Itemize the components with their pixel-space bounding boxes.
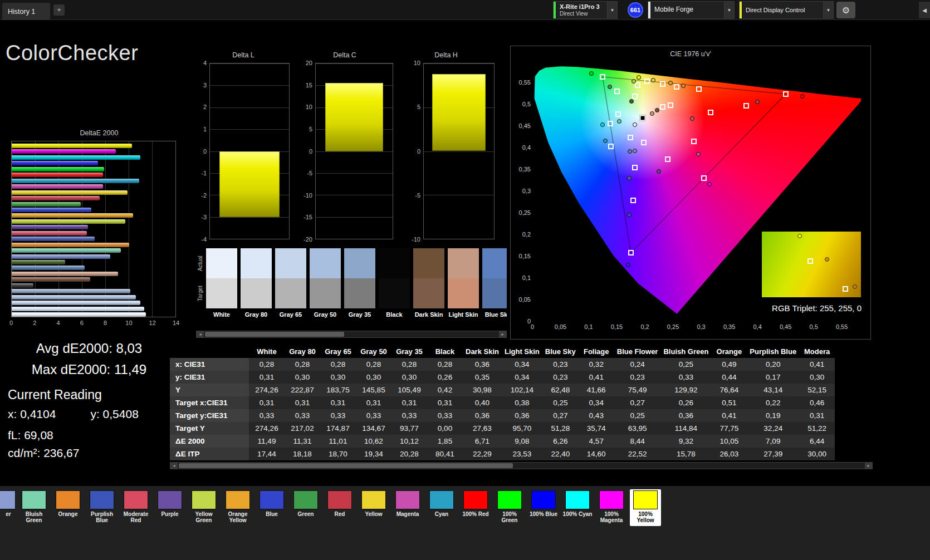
patch-tile-purplish-blue[interactable]: Purplish Blue <box>86 489 118 526</box>
table-column-header: Gray 35 <box>391 345 427 358</box>
scroll-left-icon[interactable]: ◂ <box>197 331 204 337</box>
patch-tile-purple[interactable]: Purple <box>154 489 185 526</box>
patch-label: Magenta <box>392 511 423 517</box>
table-cell: 9,32 <box>660 435 711 448</box>
patch-tile-100-red[interactable]: 100% Red <box>460 489 491 526</box>
deltae-bar <box>12 243 129 247</box>
table-cell: 0,22 <box>747 396 799 409</box>
patch-tile-orange-yellow[interactable]: Orange Yellow <box>222 489 253 526</box>
table-cell: 0,36 <box>660 409 711 422</box>
current-fl-readout: fL: 69,08 <box>8 429 53 442</box>
x-tick-label: 0,15 <box>611 323 623 330</box>
actual-swatch <box>482 248 507 278</box>
patch-tile-moderate-red[interactable]: Moderate Red <box>120 489 151 526</box>
tab-history-1[interactable]: History 1 <box>2 3 50 20</box>
table-row-label: ΔE 2000 <box>170 435 249 448</box>
delta-h-y-axis: 1050-5-10 <box>397 63 422 239</box>
table-cell: 0,31 <box>285 396 320 409</box>
table-cell: 11,31 <box>285 435 320 448</box>
table-column-header: Black <box>427 345 463 358</box>
deltae-bar <box>12 149 116 154</box>
patch-tile-100-magenta[interactable]: 100% Magenta <box>596 489 627 526</box>
table-cell: 0,33 <box>285 409 320 422</box>
scrollbar-thumb[interactable] <box>179 463 513 468</box>
collapse-panel-icon[interactable]: ◀ <box>919 2 930 18</box>
patch-tile-magenta[interactable]: Magenta <box>392 489 423 526</box>
target-swatch <box>206 278 237 308</box>
patch-tile-100-green[interactable]: 100% Green <box>494 489 525 526</box>
scroll-right-icon[interactable]: ▸ <box>499 331 506 337</box>
table-cell: 30,00 <box>799 448 835 460</box>
table-cell: 0,31 <box>799 409 835 422</box>
patch-tile-orange[interactable]: Orange <box>52 489 84 526</box>
scroll-right-icon[interactable]: ▸ <box>865 463 872 469</box>
table-cell: 0,31 <box>249 371 285 384</box>
table-column-header: Blue Flower <box>614 345 661 358</box>
patch-tile-blue[interactable]: Blue <box>256 489 287 526</box>
target-swatch <box>310 278 341 308</box>
meter-selector[interactable]: X-Rite i1Pro 3 Direct View ▼ <box>553 1 618 19</box>
chevron-down-icon[interactable]: ▼ <box>724 2 734 18</box>
gridline <box>316 63 393 64</box>
cie-target-marker <box>614 89 620 94</box>
actual-target-swatch-strip: Actual Target WhiteGray 80Gray 65Gray 50… <box>196 245 507 328</box>
cie-target-marker <box>668 102 673 108</box>
gridline <box>424 195 494 195</box>
patch-swatch <box>90 490 114 509</box>
cie-measured-marker <box>681 83 686 88</box>
scrollbar-track[interactable] <box>178 463 865 469</box>
patch-label: Yellow <box>358 511 389 517</box>
patch-tile-yellow-green[interactable]: Yellow Green <box>188 489 219 526</box>
patch-tile-100-yellow[interactable]: 100% Yellow <box>630 489 661 526</box>
scrollbar-thumb[interactable] <box>205 332 344 337</box>
patch-tile-100-blue[interactable]: 100% Blue <box>528 489 559 526</box>
target-swatch <box>413 278 444 308</box>
deltae-bar <box>12 248 121 253</box>
scroll-left-icon[interactable]: ◂ <box>170 463 178 469</box>
x-tick-label: 0,25 <box>667 323 679 330</box>
scrollbar-track[interactable] <box>204 331 499 337</box>
deltae-bar <box>12 190 128 195</box>
add-tab-button[interactable]: + <box>53 4 65 16</box>
patch-tile-yellow[interactable]: Yellow <box>358 489 389 526</box>
patch-tile-cyan[interactable]: Cyan <box>426 489 457 526</box>
table-cell: 27,39 <box>747 448 799 460</box>
table-cell: 41,66 <box>579 384 614 396</box>
patch-tile-bluish-green[interactable]: Bluish Green <box>18 489 50 526</box>
gridline <box>210 129 289 130</box>
patch-tile-red[interactable]: Red <box>324 489 355 526</box>
patch-tile-100-cyan[interactable]: 100% Cyan <box>562 489 593 526</box>
deltae-bar <box>12 173 103 177</box>
cie-measured-marker <box>633 122 637 127</box>
table-cell: 0,27 <box>614 396 661 409</box>
chevron-down-icon[interactable]: ▼ <box>607 2 617 18</box>
table-column-header: Gray 50 <box>356 345 391 358</box>
swatch-strip-scrollbar[interactable]: ◂ ▸ <box>196 331 507 338</box>
table-cell: 20,28 <box>391 448 427 460</box>
display-control-selector[interactable]: Direct Display Control ▼ <box>739 1 834 19</box>
patch-swatch <box>260 490 284 509</box>
y-tick-label: -10 <box>412 236 420 243</box>
table-row-label: Y <box>170 384 249 396</box>
patch-tile-green[interactable]: Green <box>290 489 321 526</box>
cie-target-marker <box>696 86 702 92</box>
patch-label: 100% Green <box>494 511 525 523</box>
deltae-bar <box>12 266 85 270</box>
table-scrollbar[interactable]: ◂ ▸ <box>170 462 873 469</box>
deltae-bar <box>12 260 65 264</box>
table-cell: 0,35 <box>463 371 502 384</box>
cie-measured-marker <box>627 176 632 180</box>
deltae-bar <box>12 155 140 160</box>
patch-swatch <box>158 490 182 509</box>
gear-icon[interactable]: ⚙ <box>836 2 855 18</box>
cie-target-marker <box>660 81 665 87</box>
patch-tile-partial[interactable]: er <box>0 489 17 526</box>
chevron-down-icon[interactable]: ▼ <box>823 2 833 18</box>
target-swatch <box>344 278 375 308</box>
table-cell: 22,40 <box>542 448 579 460</box>
table-cell: 77,75 <box>711 422 747 435</box>
table-cell: 274,26 <box>249 384 285 396</box>
source-selector[interactable]: Mobile Forge ▼ <box>648 1 735 19</box>
table-cell: 0,30 <box>320 371 356 384</box>
y-tick-label: 0,45 <box>519 122 531 129</box>
